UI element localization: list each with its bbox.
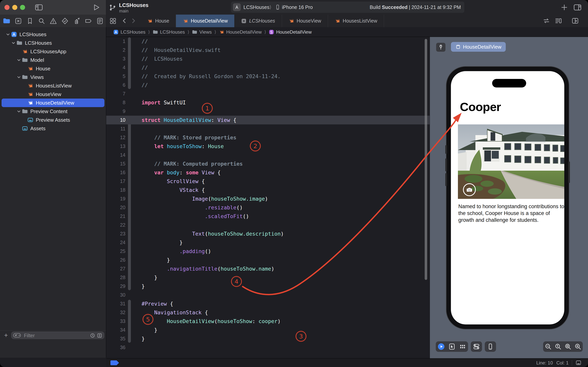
- scheme-name[interactable]: LCSHouses: [244, 4, 269, 10]
- chevron-down-icon[interactable]: [11, 41, 16, 45]
- related-items-icon[interactable]: [109, 17, 117, 25]
- sidebar-item-HouseView[interactable]: HouseView: [1, 90, 104, 99]
- breadcrumb-item[interactable]: LCSHouses: [153, 29, 185, 35]
- iphone-screen[interactable]: Cooper: [451, 71, 564, 325]
- preview-device-icon: [455, 44, 461, 50]
- selectable-mode-icon[interactable]: [448, 343, 456, 350]
- activity-widget[interactable]: LCSHouses ⟩ iPhone 16 Pro Build Succeede…: [231, 1, 464, 13]
- add-tab-icon[interactable]: [560, 3, 569, 12]
- tab-House[interactable]: House: [140, 15, 176, 27]
- forward-icon[interactable]: [130, 17, 137, 24]
- swap-icon[interactable]: [543, 17, 550, 25]
- chevron-down-icon[interactable]: [5, 32, 10, 37]
- sidebar-item-LCSHouses[interactable]: LCSHouses: [1, 39, 104, 47]
- back-icon[interactable]: [121, 17, 128, 24]
- chevron-down-icon[interactable]: [16, 58, 21, 63]
- zoom-out-icon[interactable]: [544, 343, 552, 350]
- code-line: 30: [106, 291, 430, 299]
- volume-down-button: [445, 173, 447, 186]
- sidebar-item-LCSHousesApp[interactable]: LCSHousesApp: [1, 47, 104, 56]
- breadcrumb-item[interactable]: Views: [192, 29, 212, 35]
- inspector-toggle-icon[interactable]: [573, 3, 582, 12]
- sidebar-toggle-icon[interactable]: [35, 3, 43, 12]
- sidebar-item-Preview Assets[interactable]: Preview Assets: [1, 116, 104, 124]
- build-status: Build Succeeded | 2024-11-21 at 9:32 PM: [370, 4, 461, 10]
- sidebar-item-Model[interactable]: Model: [1, 56, 104, 64]
- project-title: LCSHouses: [119, 2, 149, 8]
- live-preview-play-icon[interactable]: [437, 343, 445, 350]
- recent-icon[interactable]: [90, 333, 95, 338]
- chevron-down-icon[interactable]: [16, 109, 21, 114]
- breadcrumb-item[interactable]: HouseDetailView: [269, 29, 311, 35]
- scheme-separator: ⟩: [269, 4, 271, 10]
- sidebar-item-HouseDetailView[interactable]: HouseDetailView: [1, 99, 104, 107]
- variants-icon[interactable]: [459, 343, 466, 350]
- sidebar-item-Views[interactable]: Views: [1, 73, 104, 82]
- code-line: 7: [106, 89, 430, 98]
- chevron-spacer: [22, 66, 27, 71]
- line-number: 17: [106, 177, 126, 186]
- sidebar-item-House[interactable]: House: [1, 64, 104, 73]
- chevron-down-icon[interactable]: [16, 75, 21, 80]
- line-number: 23: [106, 229, 126, 238]
- zoom-actual-size-icon[interactable]: [554, 343, 562, 350]
- source-control-icon[interactable]: [14, 17, 22, 25]
- folder-icon: [153, 29, 158, 35]
- breadcrumb-item[interactable]: LCSHouses: [113, 29, 145, 35]
- chevron-spacer: [22, 117, 27, 123]
- line-number: 7: [106, 89, 126, 98]
- flags-icon[interactable]: [97, 333, 102, 338]
- swift-icon: [219, 29, 224, 35]
- pin-icon[interactable]: [436, 43, 445, 52]
- bookmarks-icon[interactable]: [26, 17, 34, 25]
- find-icon[interactable]: [38, 17, 45, 25]
- window-zoom-button[interactable]: [20, 5, 25, 10]
- zoom-to-fit-icon[interactable]: [564, 343, 572, 350]
- code-line: 27 .navigationTitle(houseToShow.name): [106, 264, 430, 273]
- code-line: 36: [106, 343, 430, 352]
- code-editor[interactable]: 1//2// HouseDetailView.swift3// LCSHouse…: [106, 37, 430, 358]
- code-line: 15 // MARK: Computed properties: [106, 159, 430, 168]
- sidebar-item-Preview Content[interactable]: Preview Content: [1, 107, 104, 116]
- line-number: 29: [106, 282, 126, 291]
- photos-icon: [22, 125, 28, 132]
- chevron-spacer: [22, 83, 27, 88]
- window-minimize-button[interactable]: [12, 5, 17, 10]
- split-editor-icon[interactable]: [571, 17, 579, 25]
- sidebar-item-Assets[interactable]: Assets: [1, 124, 104, 133]
- window-close-button[interactable]: [4, 5, 9, 10]
- breakpoint-tag[interactable]: [110, 360, 119, 365]
- run-destination[interactable]: iPhone 16 Pro: [282, 4, 313, 10]
- tests-icon[interactable]: [61, 17, 69, 25]
- project-navigator-icon[interactable]: [3, 17, 10, 25]
- swift-icon: [289, 18, 294, 24]
- device-settings-button[interactable]: [471, 341, 482, 352]
- tab-HouseDetailView[interactable]: HouseDetailView: [176, 15, 234, 27]
- tab-HousesListView[interactable]: HousesListView: [328, 15, 384, 27]
- code-line: 13 let houseToShow: House: [106, 142, 430, 151]
- zoom-in-icon[interactable]: [574, 343, 582, 350]
- breadcrumb-item[interactable]: HouseDetailView: [219, 29, 262, 35]
- add-button[interactable]: +: [3, 332, 9, 338]
- sidebar-item-HousesListView[interactable]: HousesListView: [1, 82, 104, 90]
- preview-chip[interactable]: HouseDetailView: [451, 42, 506, 52]
- debug-icon[interactable]: [73, 17, 81, 25]
- reports-icon[interactable]: [96, 17, 104, 25]
- editor-bottom-bar: Line: 10Col: 1: [106, 358, 588, 367]
- editor-only-icon[interactable]: [575, 360, 582, 366]
- tab-HouseView[interactable]: HouseView: [282, 15, 328, 27]
- filter-field[interactable]: Filter: [11, 332, 104, 339]
- play-icon[interactable]: [92, 3, 100, 12]
- minimap-icon[interactable]: [554, 17, 562, 25]
- scrollbar[interactable]: [425, 39, 427, 280]
- code-line: 9: [106, 107, 430, 116]
- issues-icon[interactable]: [49, 17, 57, 25]
- sidebar-item-LCSHouses[interactable]: LCSHouses: [1, 30, 104, 39]
- navigation-title: Cooper: [460, 100, 501, 114]
- sidebar-item-label: Preview Content: [30, 108, 67, 115]
- code-line: 18 VStack {: [106, 186, 430, 194]
- tab-LCSHouses[interactable]: LCSHouses: [234, 15, 282, 27]
- device-button[interactable]: [485, 341, 496, 352]
- breakpoints-icon[interactable]: [84, 17, 92, 25]
- swift-icon: [27, 91, 34, 97]
